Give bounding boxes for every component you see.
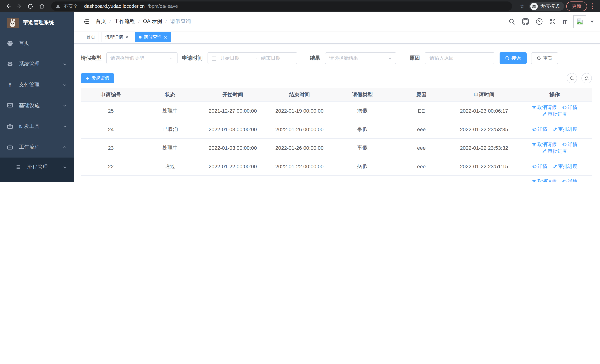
breadcrumb-separator: / <box>109 19 111 24</box>
table-toolbar: 发起请假 <box>81 73 592 84</box>
browser-menu-icon[interactable] <box>589 3 596 9</box>
pen-icon <box>553 164 557 168</box>
select-placeholder: 请选择流结果 <box>329 55 358 62</box>
result-select[interactable]: 请选择流结果 <box>325 52 396 64</box>
active-dot <box>139 36 141 38</box>
action-progress-link[interactable]: 审批进度 <box>542 111 567 117</box>
action-cancel-link[interactable]: 取消请假 <box>532 104 557 111</box>
cell-id: 23 <box>81 139 141 157</box>
workflow-submenu: 流程管理 任务管理 我的流程 <box>0 158 74 182</box>
sidebar-item-devtools[interactable]: 研发工具 <box>0 116 74 137</box>
action-progress-link[interactable]: 审批进度 <box>553 163 577 169</box>
browser-back-icon[interactable] <box>4 2 13 10</box>
action-detail-link[interactable]: 详情 <box>562 104 577 111</box>
col-header-start: 开始时间 <box>199 88 266 101</box>
reset-button[interactable]: 重置 <box>531 52 558 64</box>
close-icon[interactable] <box>164 35 167 39</box>
help-icon[interactable] <box>535 18 543 25</box>
table-search-toggle-icon[interactable] <box>567 73 577 84</box>
sidebar-item-system[interactable]: 系统管理 <box>0 54 74 75</box>
cell-reason: eee <box>392 139 451 157</box>
update-button[interactable]: 更新 <box>566 1 587 11</box>
action-detail-link[interactable]: 详情 <box>562 141 577 148</box>
cell-apply-time: 2022-01-22 23:51:15 <box>451 157 517 176</box>
browser-forward-icon[interactable] <box>15 2 24 10</box>
trash-icon <box>532 142 536 147</box>
tab-home[interactable]: 首页 <box>83 32 99 42</box>
cell-end-time: 2022-01-22 00:00:00 <box>266 157 333 176</box>
address-bar[interactable]: 不安全 dashboard.yudao.iocoder.cn/bpm/oa/le… <box>51 1 512 11</box>
tab-leave-query[interactable]: 请假查询 <box>135 32 171 42</box>
create-leave-button[interactable]: 发起请假 <box>81 73 114 83</box>
cell-end-time: 2022-01-19 00:00:00 <box>266 101 333 120</box>
avatar[interactable] <box>573 15 586 28</box>
sidebar-item-home[interactable]: 首页 <box>0 33 74 54</box>
cell-apply-time: 2022-01-23 00:06:17 <box>451 101 517 120</box>
caret-down-icon[interactable] <box>590 20 594 23</box>
breadcrumb-item[interactable]: 工作流程 <box>114 18 135 25</box>
cell-start-time: 2022-01-22 00:00:00 <box>199 157 266 176</box>
start-date-input[interactable]: 开始日期 <box>220 55 252 62</box>
end-date-input[interactable]: 结束日期 <box>261 55 293 62</box>
chevron-down-icon <box>63 103 67 108</box>
tab-process-detail[interactable]: 流程详情 <box>102 32 132 42</box>
cell-status: 处理中 <box>141 101 199 120</box>
cell-actions: 详情审批进度 <box>517 157 592 176</box>
sidebar-item-workflow[interactable]: 工作流程 <box>0 137 74 158</box>
cell-reason: eee <box>392 157 451 176</box>
search-button[interactable]: 搜索 <box>500 52 527 64</box>
col-header-actions: 操作 <box>517 88 592 101</box>
sidebar-item-label: 系统管理 <box>19 61 40 67</box>
security-label: 不安全 <box>63 3 78 9</box>
bookmark-star-icon[interactable]: ☆ <box>517 3 527 9</box>
chevron-down-icon <box>388 56 392 60</box>
cell-leave-type: 病假 <box>333 157 392 176</box>
sidebar: 芋道管理系统 首页 系统管理 ¥ 支付管 <box>0 12 74 182</box>
action-progress-link[interactable]: 审批进度 <box>553 126 577 132</box>
cell-status: 处理中 <box>141 176 199 182</box>
result-label: 结果 <box>310 55 320 62</box>
eye-icon <box>562 179 567 182</box>
browser-reload-icon[interactable] <box>26 2 35 10</box>
action-detail-link[interactable]: 详情 <box>532 126 547 132</box>
refresh-icon <box>537 56 541 60</box>
sidebar-item-task-mgmt[interactable]: 任务管理 <box>0 177 74 182</box>
briefcase-icon <box>7 144 13 150</box>
app-logo: 芋道管理系统 <box>0 12 74 33</box>
cell-id: 22 <box>81 157 141 176</box>
action-detail-link[interactable]: 详情 <box>562 178 577 182</box>
action-cancel-link[interactable]: 取消请假 <box>532 141 557 148</box>
broken-image-icon <box>576 18 583 25</box>
reason-input[interactable]: 请输入原因 <box>425 52 494 64</box>
breadcrumb-item[interactable]: OA 示例 <box>143 18 162 25</box>
sidebar-item-payment[interactable]: ¥ 支付管理 <box>0 75 74 95</box>
close-icon[interactable] <box>125 35 129 39</box>
col-header-reason: 原因 <box>392 88 451 101</box>
cell-start-time: 2022-01-22 00:00:00 <box>199 176 266 182</box>
fullscreen-icon[interactable] <box>549 18 556 25</box>
leave-type-select[interactable]: 请选择请假类型 <box>106 52 178 64</box>
tab-label: 首页 <box>86 34 95 40</box>
browser-home-icon[interactable] <box>37 2 46 10</box>
reason-label: 原因 <box>410 55 420 62</box>
search-icon[interactable] <box>508 18 516 25</box>
sidebar-collapse-icon[interactable] <box>83 18 90 25</box>
action-detail-link[interactable]: 详情 <box>532 163 547 169</box>
apply-time-range-picker[interactable]: 开始日期 - 结束日期 <box>207 52 297 64</box>
sidebar-item-process-mgmt[interactable]: 流程管理 <box>0 158 74 177</box>
cell-actions: 取消请假详情审批进度 <box>517 139 592 157</box>
col-header-status: 状态 <box>141 88 199 101</box>
table-refresh-icon[interactable] <box>581 73 592 84</box>
action-progress-link[interactable]: 审批进度 <box>542 148 567 154</box>
logo-image <box>7 18 19 28</box>
cell-start-time: 2021-12-27 00:00:00 <box>199 101 266 120</box>
cell-id: 25 <box>81 101 141 120</box>
breadcrumb-item[interactable]: 首页 <box>96 18 106 25</box>
action-cancel-link[interactable]: 取消请假 <box>532 178 557 182</box>
sidebar-item-infrastructure[interactable]: 基础设施 <box>0 95 74 116</box>
table-row: 24已取消2022-01-03 00:00:002022-01-26 00:00… <box>81 120 592 139</box>
sidebar-item-label: 工作流程 <box>19 144 40 150</box>
font-size-icon[interactable]: tT <box>562 18 567 25</box>
github-icon[interactable] <box>522 18 529 25</box>
trash-icon <box>532 179 536 182</box>
